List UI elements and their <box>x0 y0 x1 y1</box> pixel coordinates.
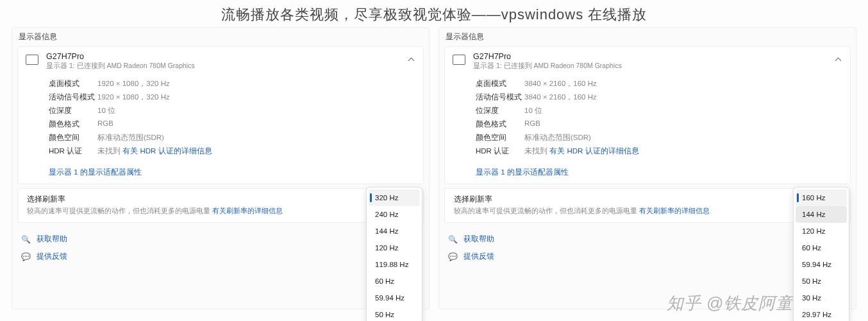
bit-depth-label: 位深度 <box>476 106 524 116</box>
monitor-card-header[interactable]: G27H7Pro显示器 1: 已连接到 AMD Radeon 780M Grap… <box>18 47 423 76</box>
refresh-rate-option[interactable]: 160 Hz <box>796 189 847 206</box>
color-format-value: RGB <box>524 119 540 129</box>
settings-panel: 显示器信息G27H7Pro显示器 1: 已连接到 AMD Radeon 780M… <box>438 27 856 309</box>
color-format-row: 颜色格式RGB <box>49 117 414 131</box>
refresh-rate-option[interactable]: 60 Hz <box>369 273 420 290</box>
color-space-row: 颜色空间标准动态范围(SDR) <box>49 131 414 144</box>
refresh-rate-desc: 较高的速率可提供更流畅的动作，但也消耗更多的电源电量 有关刷新率的详细信息 <box>27 207 414 216</box>
hdr-prefix: 未找到 <box>524 147 549 155</box>
bit-depth-value: 10 位 <box>524 106 542 116</box>
refresh-rate-option[interactable]: 119.88 Hz <box>369 256 420 273</box>
monitor-name: G27H7Pro <box>46 52 400 61</box>
active-signal-mode-row: 活动信号模式1920 × 1080，320 Hz <box>49 91 414 104</box>
monitor-card-header[interactable]: G27H7Pro显示器 1: 已连接到 AMD Radeon 780M Grap… <box>445 47 850 76</box>
color-space-value: 标准动态范围(SDR) <box>524 133 591 143</box>
refresh-rate-option[interactable]: 144 Hz <box>796 206 847 223</box>
monitor-icon <box>26 55 38 65</box>
page-title: 流畅播放各类视频，尽享极致视觉体验——vpswindows 在线播放 <box>0 0 868 27</box>
section-title: 显示器信息 <box>439 28 856 46</box>
refresh-rate-title: 选择刷新率 <box>454 194 841 205</box>
adapter-properties-link[interactable]: 显示器 1 的显示适配器属性 <box>49 168 142 176</box>
refresh-desc-text: 较高的速率可提供更流畅的动作，但也消耗更多的电源电量 <box>454 207 639 214</box>
color-format-label: 颜色格式 <box>476 119 524 129</box>
help-icon: 🔍 <box>448 235 457 244</box>
refresh-rate-option[interactable]: 120 Hz <box>796 223 847 239</box>
hdr-prefix: 未找到 <box>97 147 122 155</box>
active-signal-mode-label: 活动信号模式 <box>476 92 524 102</box>
hdr-row: HDR 认证未找到 有关 HDR 认证的详细信息 <box>49 144 414 158</box>
feedback-icon: 💬 <box>448 252 457 261</box>
monitor-card: G27H7Pro显示器 1: 已连接到 AMD Radeon 780M Grap… <box>17 46 424 184</box>
settings-panel: 显示器信息G27H7Pro显示器 1: 已连接到 AMD Radeon 780M… <box>12 27 430 309</box>
chevron-up-icon <box>408 56 415 64</box>
refresh-desc-link[interactable]: 有关刷新率的详细信息 <box>639 207 710 214</box>
get-help-link[interactable]: 🔍获取帮助 <box>448 230 847 248</box>
monitor-sub: 显示器 1: 已连接到 AMD Radeon 780M Graphics <box>473 62 827 71</box>
refresh-rate-option[interactable]: 50 Hz <box>369 306 420 321</box>
desktop-mode-label: 桌面模式 <box>49 79 97 89</box>
hdr-link[interactable]: 有关 HDR 认证的详细信息 <box>549 147 638 155</box>
get-help-label: 获取帮助 <box>463 234 494 244</box>
refresh-rate-option[interactable]: 120 Hz <box>369 239 420 256</box>
color-space-row: 颜色空间标准动态范围(SDR) <box>476 131 841 144</box>
refresh-rate-option[interactable]: 144 Hz <box>369 223 420 239</box>
hdr-label: HDR 认证 <box>49 146 97 156</box>
active-signal-mode-label: 活动信号模式 <box>49 92 97 102</box>
desktop-mode-label: 桌面模式 <box>476 79 524 89</box>
color-space-label: 颜色空间 <box>49 133 97 143</box>
get-help-link[interactable]: 🔍获取帮助 <box>21 230 420 248</box>
color-format-row: 颜色格式RGB <box>476 117 841 131</box>
get-help-label: 获取帮助 <box>37 234 67 244</box>
feedback-label: 提供反馈 <box>463 252 494 261</box>
feedback-label: 提供反馈 <box>37 252 67 261</box>
feedback-icon: 💬 <box>21 252 30 261</box>
refresh-rate-option[interactable]: 29.97 Hz <box>796 306 847 321</box>
refresh-rate-card[interactable]: 选择刷新率较高的速率可提供更流畅的动作，但也消耗更多的电源电量 有关刷新率的详细… <box>444 188 851 223</box>
active-signal-mode-row: 活动信号模式3840 × 2160，160 Hz <box>476 91 841 104</box>
monitor-properties: 桌面模式3840 × 2160，160 Hz活动信号模式3840 × 2160，… <box>445 76 850 164</box>
bit-depth-label: 位深度 <box>49 106 97 116</box>
active-signal-mode-value: 3840 × 2160，160 Hz <box>524 92 597 102</box>
monitor-name: G27H7Pro <box>473 52 827 61</box>
refresh-rate-option[interactable]: 320 Hz <box>369 189 420 206</box>
refresh-desc-link[interactable]: 有关刷新率的详细信息 <box>212 207 283 214</box>
refresh-rate-title: 选择刷新率 <box>27 194 414 205</box>
bit-depth-row: 位深度10 位 <box>49 104 414 117</box>
refresh-rate-option[interactable]: 30 Hz <box>796 290 847 306</box>
refresh-rate-desc: 较高的速率可提供更流畅的动作，但也消耗更多的电源电量 有关刷新率的详细信息 <box>454 207 841 216</box>
bit-depth-row: 位深度10 位 <box>476 104 841 117</box>
color-format-label: 颜色格式 <box>49 119 97 129</box>
feedback-link[interactable]: 💬提供反馈 <box>448 248 847 265</box>
monitor-sub: 显示器 1: 已连接到 AMD Radeon 780M Graphics <box>46 62 400 71</box>
refresh-rate-option[interactable]: 60 Hz <box>796 239 847 256</box>
desktop-mode-row: 桌面模式1920 × 1080，320 Hz <box>49 77 414 91</box>
desktop-mode-value: 1920 × 1080，320 Hz <box>97 79 170 89</box>
section-title: 显示器信息 <box>12 28 429 46</box>
feedback-link[interactable]: 💬提供反馈 <box>21 248 420 265</box>
hdr-value: 未找到 有关 HDR 认证的详细信息 <box>97 146 212 156</box>
monitor-card: G27H7Pro显示器 1: 已连接到 AMD Radeon 780M Grap… <box>444 46 851 184</box>
refresh-rate-option[interactable]: 59.94 Hz <box>369 290 420 306</box>
color-space-label: 颜色空间 <box>476 133 524 143</box>
adapter-properties-link[interactable]: 显示器 1 的显示适配器属性 <box>476 168 569 176</box>
monitor-properties: 桌面模式1920 × 1080，320 Hz活动信号模式1920 × 1080，… <box>18 76 423 164</box>
refresh-rate-card[interactable]: 选择刷新率较高的速率可提供更流畅的动作，但也消耗更多的电源电量 有关刷新率的详细… <box>17 188 424 223</box>
desktop-mode-row: 桌面模式3840 × 2160，160 Hz <box>476 77 841 91</box>
color-format-value: RGB <box>97 119 113 129</box>
hdr-label: HDR 认证 <box>476 146 524 156</box>
chevron-up-icon <box>835 56 842 64</box>
refresh-desc-text: 较高的速率可提供更流畅的动作，但也消耗更多的电源电量 <box>27 207 212 214</box>
hdr-value: 未找到 有关 HDR 认证的详细信息 <box>524 146 639 156</box>
hdr-link[interactable]: 有关 HDR 认证的详细信息 <box>122 147 212 155</box>
help-icon: 🔍 <box>21 235 30 244</box>
refresh-rate-option[interactable]: 59.94 Hz <box>796 256 847 273</box>
bit-depth-value: 10 位 <box>97 106 115 116</box>
refresh-rate-dropdown[interactable]: 320 Hz240 Hz144 Hz120 Hz119.88 Hz60 Hz59… <box>366 187 422 321</box>
refresh-rate-dropdown[interactable]: 160 Hz144 Hz120 Hz60 Hz59.94 Hz50 Hz30 H… <box>793 187 849 321</box>
refresh-rate-option[interactable]: 50 Hz <box>796 273 847 290</box>
refresh-rate-option[interactable]: 240 Hz <box>369 206 420 223</box>
hdr-row: HDR 认证未找到 有关 HDR 认证的详细信息 <box>476 144 841 158</box>
desktop-mode-value: 3840 × 2160，160 Hz <box>524 79 597 89</box>
monitor-icon <box>453 55 465 65</box>
active-signal-mode-value: 1920 × 1080，320 Hz <box>97 92 170 102</box>
